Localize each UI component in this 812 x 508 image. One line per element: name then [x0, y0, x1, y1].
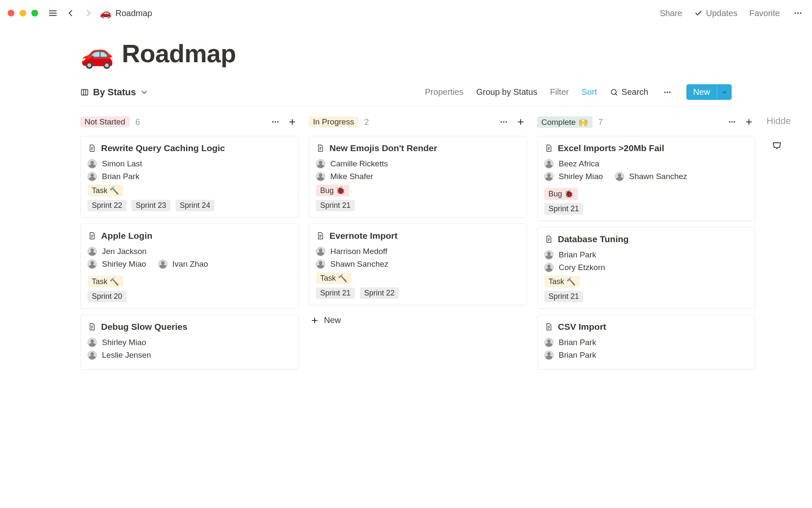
- column-header: Complete 🙌 7: [537, 116, 755, 128]
- card-title: CSV Import: [544, 322, 748, 332]
- avatar: [88, 172, 97, 181]
- board-icon: [80, 88, 89, 97]
- breadcrumb-title: Roadmap: [115, 8, 152, 18]
- topbar-actions: Share Updates Favorite: [660, 7, 804, 19]
- view-actions: Properties Group by Status Filter Sort S…: [425, 84, 732, 100]
- page-icon: [316, 144, 324, 152]
- back-button[interactable]: [64, 7, 77, 19]
- column-more-button[interactable]: [726, 116, 738, 128]
- avatar: [88, 159, 97, 168]
- sort-button[interactable]: Sort: [582, 87, 597, 97]
- column-more-button[interactable]: [269, 116, 282, 128]
- search-button[interactable]: Search: [610, 87, 648, 97]
- status-pill[interactable]: In Progress: [309, 116, 358, 127]
- card[interactable]: Evernote ImportHarrison MedoffShawn Sanc…: [309, 224, 527, 305]
- avatar: [544, 172, 554, 181]
- card[interactable]: Debug Slow QueriesShirley MiaoLeslie Jen…: [80, 315, 299, 370]
- sprint-tag: Sprint 22: [360, 287, 399, 299]
- status-pill[interactable]: Complete 🙌: [537, 116, 593, 128]
- card-title: Debug Slow Queries: [88, 322, 291, 332]
- avatar: [544, 338, 554, 347]
- column-count: 6: [135, 117, 140, 127]
- avatar: [544, 351, 554, 360]
- favorite-button[interactable]: Favorite: [749, 8, 780, 18]
- column-header: In Progress 2: [309, 116, 527, 128]
- card-person: Brian Park: [544, 250, 748, 260]
- card-person: Harrison Medoff: [316, 247, 520, 256]
- avatar: [316, 247, 325, 256]
- type-tag: Task 🔨: [88, 276, 123, 287]
- card-person: Shirley Miao: [88, 338, 291, 347]
- more-menu-button[interactable]: [792, 7, 804, 19]
- card[interactable]: New Emojis Don't RenderCamille RickettsM…: [309, 136, 527, 218]
- card-person: Cory Etzkorn: [544, 263, 748, 272]
- sprint-tag: Sprint 21: [544, 203, 583, 215]
- card-person: Leslie Jensen: [88, 351, 291, 360]
- chevron-down-icon: [140, 88, 148, 97]
- column-add-button[interactable]: [286, 116, 299, 128]
- card[interactable]: Database TuningBrian ParkCory EtzkornTas…: [537, 227, 755, 309]
- column-count: 7: [598, 117, 603, 127]
- add-card-button[interactable]: New: [309, 311, 527, 329]
- view-toolbar: By Status Properties Group by Status Fil…: [80, 84, 732, 106]
- avatar: [544, 159, 554, 168]
- updates-button[interactable]: Updates: [694, 8, 738, 18]
- forward-button[interactable]: [82, 7, 95, 19]
- card-person: Camille Ricketts: [316, 159, 520, 168]
- share-button[interactable]: Share: [660, 8, 682, 18]
- groupby-button[interactable]: Group by Status: [476, 87, 538, 97]
- card[interactable]: CSV ImportBrian ParkBrian Park: [537, 315, 755, 370]
- avatar: [316, 260, 325, 269]
- close-window-button[interactable]: [8, 10, 14, 17]
- avatar: [158, 260, 167, 269]
- card-person: Shirley Miao: [544, 172, 603, 181]
- breadcrumb[interactable]: 🚗 Roadmap: [100, 8, 152, 19]
- card-title: Evernote Import: [316, 231, 520, 241]
- avatar: [544, 250, 554, 260]
- new-page-dropdown[interactable]: [717, 86, 732, 98]
- card-title: Rewrite Query Caching Logic: [88, 143, 291, 153]
- new-page-button[interactable]: New: [686, 84, 732, 100]
- column-header: Not Started 6: [80, 116, 299, 128]
- inbox-icon[interactable]: [771, 141, 782, 152]
- hamburger-menu-button[interactable]: [47, 7, 59, 19]
- card-person: Beez Africa: [544, 159, 748, 168]
- type-tag: Bug 🐞: [544, 188, 578, 200]
- avatar: [316, 172, 325, 181]
- status-pill[interactable]: Not Started: [80, 116, 129, 127]
- properties-button[interactable]: Properties: [425, 87, 464, 97]
- plus-icon: [310, 316, 319, 325]
- card-person: Shawn Sanchez: [615, 172, 687, 181]
- column-add-button[interactable]: [514, 116, 527, 128]
- card[interactable]: Rewrite Query Caching LogicSimon LastBri…: [80, 136, 299, 218]
- card-title: Apple Login: [88, 231, 291, 241]
- hidden-columns-label[interactable]: Hidde: [767, 116, 791, 127]
- card-person: Jen Jackson: [88, 247, 291, 256]
- card[interactable]: Excel Imports >20Mb FailBeez AfricaShirl…: [537, 136, 755, 221]
- avatar: [88, 351, 97, 360]
- column-add-button[interactable]: [743, 116, 755, 128]
- page-icon: [88, 323, 96, 331]
- type-tag: Task 🔨: [544, 276, 580, 287]
- view-selector[interactable]: By Status: [80, 87, 148, 98]
- page-icon: [544, 144, 553, 152]
- card[interactable]: Apple LoginJen JacksonShirley MiaoIvan Z…: [80, 224, 299, 309]
- avatar: [88, 338, 97, 347]
- view-more-button[interactable]: [661, 86, 674, 99]
- card-title: Database Tuning: [544, 234, 748, 244]
- sprint-tag: Sprint 23: [132, 200, 170, 211]
- filter-button[interactable]: Filter: [550, 87, 568, 97]
- breadcrumb-emoji: 🚗: [100, 8, 111, 19]
- page-icon: [88, 144, 96, 152]
- page-icon: [88, 232, 96, 240]
- column-complete: Complete 🙌 7 Excel Imports >20Mb FailBee…: [537, 116, 755, 375]
- minimize-window-button[interactable]: [19, 10, 26, 17]
- page-title-text[interactable]: Roadmap: [122, 39, 236, 68]
- avatar: [88, 247, 97, 256]
- page-emoji[interactable]: 🚗: [80, 40, 114, 67]
- maximize-window-button[interactable]: [31, 10, 38, 17]
- column-not_started: Not Started 6 Rewrite Query Caching Logi…: [80, 116, 299, 375]
- sprint-tag: Sprint 24: [176, 200, 214, 211]
- column-more-button[interactable]: [497, 116, 510, 128]
- page-content: 🚗 Roadmap By Status Properties Group by …: [0, 26, 812, 375]
